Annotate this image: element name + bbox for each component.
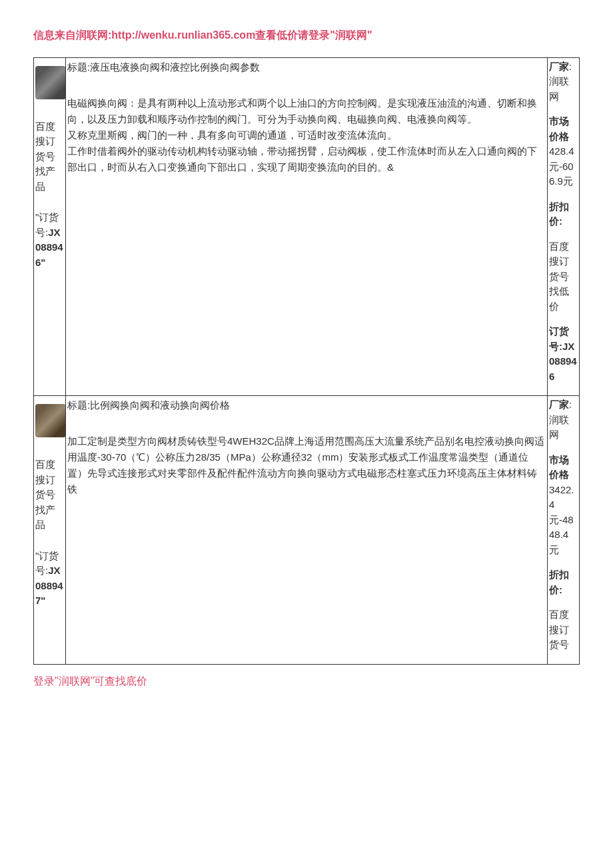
table-row: 百度搜订货号找产品 "订货号:JX088946" 标题:液压电液换向阀和液控比例…	[34, 57, 580, 396]
price-label: 市场价格	[549, 453, 578, 483]
price-value: 3422.4元-4848.4元	[549, 483, 578, 558]
search-hint-right: 百度搜订货号	[549, 607, 578, 653]
product-description: 电磁阀换向阀：是具有两种以上流动形式和两个以上油口的方向控制阀。是实现液压油流的…	[67, 95, 546, 175]
search-hint-right: 百度搜订货号找低价	[549, 239, 578, 315]
product-description: 加工定制是类型方向阀材质铸铁型号4WEH32C品牌上海适用范围高压大流量系统产品…	[67, 433, 546, 497]
search-hint: 百度搜订货号找产品	[35, 457, 64, 533]
table-row: 百度搜订货号找产品 "订货号:JX088947" 标题:比例阀换向阀和液动换向阀…	[34, 396, 580, 665]
order-block: 订货号:JX088946	[549, 324, 578, 384]
product-title: 标题:比例阀换向阀和液动换向阀价格	[67, 397, 546, 413]
price-label: 市场价格	[549, 114, 578, 144]
page-header: 信息来自润联网:http://wenku.runlian365.com查看低价请…	[33, 27, 580, 44]
maker-label: 厂家	[549, 61, 569, 72]
product-thumb-icon	[35, 66, 66, 99]
left-cell: 百度搜订货号找产品 "订货号:JX088947"	[34, 396, 66, 665]
price-block: 市场价格 428.4元-606.9元	[549, 114, 578, 189]
order-label: "订货号:JX088946"	[35, 210, 64, 270]
mid-cell: 标题:比例阀换向阀和液动换向阀价格 加工定制是类型方向阀材质铸铁型号4WEH32…	[66, 396, 548, 665]
right-cell: 厂家:润联网 市场价格 3422.4元-4848.4元 折扣价: 百度搜订货号	[548, 396, 580, 665]
maker-block: 厂家:润联网	[549, 59, 578, 105]
price-block: 市场价格 3422.4元-4848.4元	[549, 453, 578, 558]
search-hint: 百度搜订货号找产品	[35, 119, 64, 195]
right-cell: 厂家:润联网 市场价格 428.4元-606.9元 折扣价: 百度搜订货号找低价…	[548, 57, 580, 396]
order-label: "订货号:JX088947"	[35, 549, 64, 609]
maker-label: 厂家	[549, 399, 569, 410]
page-footer: 登录"润联网"可查找底价	[33, 673, 580, 690]
mid-cell: 标题:液压电液换向阀和液控比例换向阀参数 电磁阀换向阀：是具有两种以上流动形式和…	[66, 57, 548, 396]
product-thumb-icon	[35, 404, 66, 437]
discount-label: 折扣价:	[549, 199, 578, 229]
discount-label: 折扣价:	[549, 567, 578, 597]
product-title: 标题:液压电液换向阀和液控比例换向阀参数	[67, 59, 546, 75]
left-cell: 百度搜订货号找产品 "订货号:JX088946"	[34, 57, 66, 396]
product-table: 百度搜订货号找产品 "订货号:JX088946" 标题:液压电液换向阀和液控比例…	[33, 57, 580, 665]
maker-block: 厂家:润联网	[549, 397, 578, 443]
price-value: 428.4元-606.9元	[549, 144, 578, 189]
